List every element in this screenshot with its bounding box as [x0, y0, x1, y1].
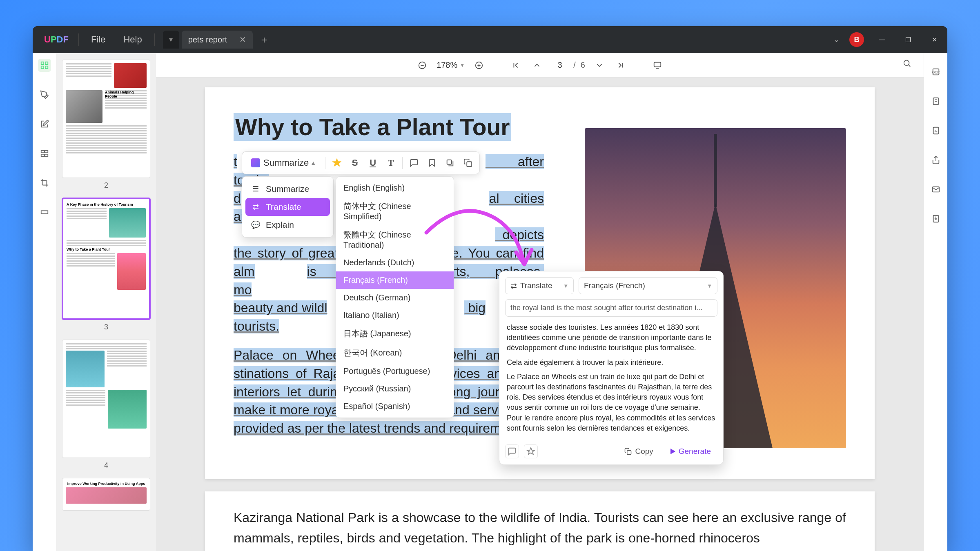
copy-button[interactable]: Copy — [619, 444, 659, 459]
translate-language-select[interactable]: Français (French)▼ — [579, 277, 717, 294]
ai-summarize-dropdown[interactable]: Summarize ▲ — [245, 154, 322, 171]
email-tool-icon[interactable] — [929, 183, 942, 196]
lang-english[interactable]: English (English) — [336, 179, 454, 197]
window-minimize-button[interactable]: — — [874, 31, 890, 48]
ai-menu-translate[interactable]: ⇄Translate — [245, 198, 330, 216]
lang-portuguese[interactable]: Português (Portuguese) — [336, 362, 454, 380]
page-viewport[interactable]: Why to Take a Plant Tour txxxxxxxxxxxxxx… — [156, 78, 924, 551]
crop-tool-icon[interactable] — [38, 176, 51, 189]
svg-rect-6 — [41, 154, 44, 157]
svg-rect-5 — [45, 151, 47, 153]
tab-close-icon[interactable]: ✕ — [239, 35, 246, 44]
ai-menu-summarize[interactable]: ☰Summarize — [245, 180, 330, 198]
comment-icon[interactable] — [406, 154, 422, 171]
translate-mode-select[interactable]: ⇄ Translate▼ — [505, 277, 574, 294]
lang-chinese-traditional[interactable]: 繁體中文 (Chinese Traditional) — [336, 225, 454, 254]
tab-label: pets report — [188, 35, 227, 44]
highlight-color-icon[interactable] — [329, 154, 345, 171]
svg-rect-16 — [654, 62, 661, 67]
page-total: 6 — [581, 60, 585, 70]
svg-rect-2 — [41, 66, 43, 69]
svg-rect-1 — [45, 62, 47, 64]
paragraph-3: Kaziranga National Park is a showcase to… — [234, 508, 846, 548]
list-icon: ☰ — [251, 184, 260, 193]
window-maximize-button[interactable]: ❐ — [900, 31, 916, 48]
menu-help[interactable]: Help — [114, 34, 151, 45]
document-page-3-bottom: Kaziranga National Park is a showcase to… — [205, 491, 875, 551]
lang-italian[interactable]: Italiano (Italian) — [336, 307, 454, 324]
bookmark-icon[interactable] — [424, 154, 440, 171]
user-avatar[interactable]: B — [849, 32, 864, 47]
left-tool-rail — [33, 53, 56, 551]
sign-tool-icon[interactable] — [929, 124, 942, 137]
svg-rect-3 — [45, 66, 47, 69]
first-page-button[interactable] — [509, 58, 523, 72]
tab-add-button[interactable]: ＋ — [259, 33, 269, 46]
titlebar-dropdown-icon[interactable]: ⌄ — [833, 35, 840, 44]
thumbnails-panel-icon[interactable] — [38, 59, 51, 72]
zoom-level-display[interactable]: 178%▼ — [437, 60, 465, 70]
thumbnail-number: 3 — [62, 320, 150, 338]
page-thumbnail-2[interactable]: Animals Helping People — [62, 60, 150, 178]
document-page-3: Why to Take a Plant Tour txxxxxxxxxxxxxx… — [205, 87, 875, 479]
thumbnail-number: 2 — [62, 178, 150, 196]
last-page-button[interactable] — [614, 58, 628, 72]
edit-tool-icon[interactable] — [38, 118, 51, 131]
menu-file[interactable]: File — [82, 34, 114, 45]
page-thumbnail-4[interactable] — [62, 340, 150, 458]
redact-tool-icon[interactable] — [38, 206, 51, 219]
organize-tool-icon[interactable] — [38, 147, 51, 160]
window-close-button[interactable]: ✕ — [926, 31, 942, 48]
tab-home[interactable]: ▾ — [163, 31, 179, 49]
next-page-button[interactable] — [592, 58, 606, 72]
underline-icon[interactable]: U — [365, 154, 381, 171]
svg-rect-20 — [447, 160, 452, 164]
ai-sparkle-icon — [251, 158, 260, 167]
svg-line-19 — [909, 65, 911, 67]
prev-page-button[interactable] — [530, 58, 544, 72]
zoom-out-button[interactable] — [415, 58, 429, 72]
lang-dutch[interactable]: Nederlands (Dutch) — [336, 254, 454, 271]
selection-context-toolbar: Summarize ▲ S U T — [242, 151, 480, 174]
lang-russian[interactable]: Русский (Russian) — [336, 380, 454, 398]
right-tool-rail: OCR — [924, 53, 947, 551]
page-thumbnail-5[interactable]: Improve Working Productivity in Using Ap… — [62, 478, 150, 511]
view-toolbar: 178%▼ / 6 — [156, 53, 924, 78]
export-tool-icon[interactable] — [929, 212, 942, 225]
annotate-tool-icon[interactable] — [38, 88, 51, 101]
lang-japanese[interactable]: 日本語 (Japanese) — [336, 324, 454, 343]
titlebar: UPDF File Help ▾ pets report ✕ ＋ ⌄ B — ❐… — [33, 26, 947, 53]
search-button[interactable] — [902, 59, 915, 72]
ai-menu-explain[interactable]: 💬Explain — [245, 216, 330, 234]
lang-german[interactable]: Deutsch (German) — [336, 289, 454, 307]
page-thumbnail-3[interactable]: A Key Phase in the History of Tourism Wh… — [62, 198, 150, 320]
copy-icon[interactable] — [460, 154, 476, 171]
thumbnail-number: 4 — [62, 458, 150, 476]
svg-rect-7 — [45, 154, 47, 157]
generate-button[interactable]: Generate — [664, 444, 717, 459]
page-number-input[interactable] — [551, 59, 568, 72]
share-tool-icon[interactable] — [929, 153, 942, 167]
presentation-mode-button[interactable] — [650, 58, 664, 72]
lang-french[interactable]: Français (French) — [336, 271, 454, 289]
insert-comment-button[interactable] — [505, 444, 519, 458]
link-icon[interactable] — [442, 154, 458, 171]
language-menu: English (English) 简体中文 (Chinese Simplifi… — [336, 176, 454, 418]
tab-document[interactable]: pets report ✕ — [182, 31, 253, 49]
zoom-in-button[interactable] — [472, 58, 486, 72]
highlight-button[interactable] — [524, 444, 538, 458]
strikethrough-icon[interactable]: S — [347, 154, 363, 171]
svg-rect-4 — [41, 151, 44, 153]
form-tool-icon[interactable] — [929, 95, 942, 108]
lang-chinese-simplified[interactable]: 简体中文 (Chinese Simplified) — [336, 197, 454, 225]
text-tool-icon[interactable]: T — [383, 154, 399, 171]
ocr-tool-icon[interactable]: OCR — [929, 65, 942, 78]
thumbnail-panel: Animals Helping People 2 A Key Phase in … — [56, 53, 156, 551]
svg-text:OCR: OCR — [932, 71, 939, 74]
lang-korean[interactable]: 한국어 (Korean) — [336, 343, 454, 362]
translate-icon: ⇄ — [510, 281, 517, 291]
chat-icon: 💬 — [251, 220, 260, 229]
lang-spanish[interactable]: Español (Spanish) — [336, 398, 454, 415]
ai-action-menu: ☰Summarize ⇄Translate 💬Explain — [242, 176, 334, 238]
translate-panel: ⇄ Translate▼ Français (French)▼ the roya… — [499, 271, 724, 465]
